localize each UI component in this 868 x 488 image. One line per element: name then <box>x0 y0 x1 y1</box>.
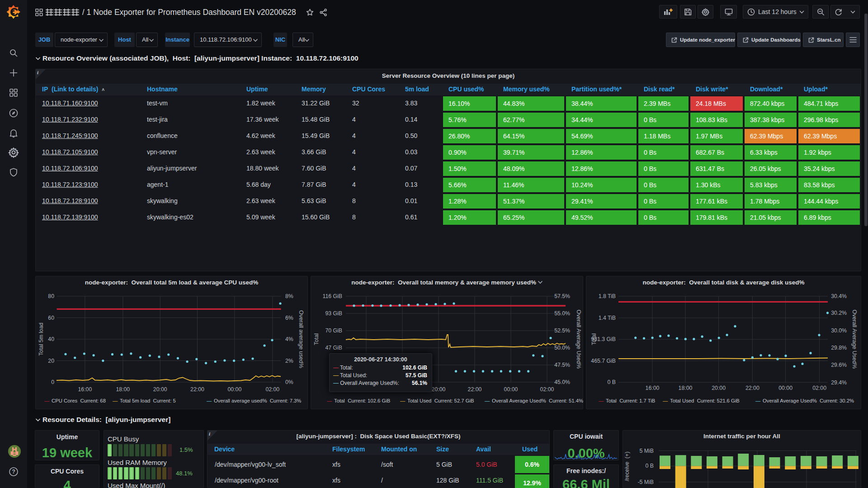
svg-text:465.7 GiB: 465.7 GiB <box>591 358 616 364</box>
svg-text:Total: Total <box>591 333 597 345</box>
svg-text:0: 0 <box>51 379 54 385</box>
svg-text:—: — <box>44 398 50 403</box>
svg-text:60: 60 <box>48 315 54 321</box>
svg-text:00:00: 00:00 <box>504 386 518 393</box>
svg-text:18:00: 18:00 <box>679 385 693 391</box>
svg-text:—: — <box>400 398 406 403</box>
svg-text:Overall Average Used%: Overall Average Used% <box>576 310 582 369</box>
svg-text:22:00: 22:00 <box>468 386 482 393</box>
svg-text:52.5%: 52.5% <box>554 327 570 334</box>
svg-text:—: — <box>113 398 118 403</box>
svg-text:70 GiB: 70 GiB <box>325 327 342 334</box>
svg-text:30.2%: 30.2% <box>831 310 847 316</box>
svg-text:Total Used Current: 52.7 GiB: Total Used Current: 52.7 GiB <box>407 398 474 403</box>
svg-text:02:00: 02:00 <box>265 386 279 393</box>
svg-text:6%: 6% <box>285 315 293 321</box>
svg-text:02:00: 02:00 <box>540 386 554 393</box>
svg-text:55.0%: 55.0% <box>554 310 570 317</box>
svg-text:00:00: 00:00 <box>228 386 242 393</box>
svg-text:—: — <box>207 398 212 403</box>
svg-text:40: 40 <box>48 336 54 342</box>
svg-text:57.5%: 57.5% <box>554 293 570 299</box>
svg-text:00:00: 00:00 <box>778 385 793 391</box>
svg-text:93 GiB: 93 GiB <box>325 310 342 317</box>
svg-text:—: — <box>599 398 604 403</box>
svg-text:Total: Total <box>313 333 320 345</box>
svg-text:Total Current: 1.7 TiB: Total Current: 1.7 TiB <box>606 398 655 403</box>
svg-text:Total 5m load Current: 5: Total 5m load Current: 5 <box>120 398 176 403</box>
svg-text:02:00: 02:00 <box>812 385 826 391</box>
svg-text:2%: 2% <box>285 358 293 364</box>
svg-text:16:00: 16:00 <box>646 385 660 391</box>
svg-text:1.4 TiB: 1.4 TiB <box>599 315 616 321</box>
svg-text:20:00: 20:00 <box>432 386 446 393</box>
svg-text:Overall average used% Current: Overall average used% Current: 7.3% <box>214 398 301 403</box>
svg-text:47 GiB: 47 GiB <box>325 345 342 351</box>
svg-text:CPU Cores Current: 68: CPU Cores Current: 68 <box>52 398 106 403</box>
svg-text:?: ? <box>12 469 15 475</box>
svg-text:—: — <box>485 398 490 403</box>
svg-text:16:00: 16:00 <box>78 386 92 393</box>
svg-text:50.0%: 50.0% <box>554 345 570 351</box>
svg-text:29.8%: 29.8% <box>831 345 847 351</box>
svg-text:Overall Average Used%: Overall Average Used% <box>851 310 858 369</box>
svg-text:-5 MiB: -5 MiB <box>637 479 654 485</box>
svg-text:0 B: 0 B <box>608 379 616 385</box>
svg-text:—: — <box>663 398 668 403</box>
svg-text:20:00: 20:00 <box>712 385 726 391</box>
svg-text:20: 20 <box>48 358 54 364</box>
svg-text:30.0%: 30.0% <box>831 327 847 334</box>
svg-text:47.5%: 47.5% <box>554 362 570 368</box>
svg-text:Overall Average Used% Current: Overall Average Used% Current: 51.4% <box>492 398 583 403</box>
svg-text:0 B: 0 B <box>646 463 654 469</box>
svg-text:4%: 4% <box>285 336 293 342</box>
svg-text:1.8 TiB: 1.8 TiB <box>599 293 616 299</box>
svg-text:—: — <box>755 398 761 403</box>
svg-text:20:00: 20:00 <box>153 386 167 393</box>
svg-text:Total Used Current: 521.6 GiB: Total Used Current: 521.6 GiB <box>670 398 740 403</box>
svg-text:Overall Average Used% Current: Overall Average Used% Current: 30.2% <box>763 398 854 403</box>
svg-text:5 MiB: 5 MiB <box>640 448 654 454</box>
svg-text:30.4%: 30.4% <box>831 293 847 299</box>
svg-text:22:00: 22:00 <box>190 386 204 393</box>
svg-text:45.0%: 45.0% <box>554 379 570 385</box>
svg-text:116 GiB: 116 GiB <box>322 293 342 299</box>
svg-text:29.6%: 29.6% <box>831 362 847 368</box>
svg-text:22:00: 22:00 <box>745 385 760 391</box>
svg-text:Total 5m load: Total 5m load <box>38 322 44 355</box>
svg-text:—: — <box>327 398 332 403</box>
svg-text:8%: 8% <box>285 293 293 299</box>
svg-text:80: 80 <box>48 293 54 299</box>
svg-text:18:00: 18:00 <box>116 386 130 393</box>
svg-text:Overall average used%: Overall average used% <box>298 310 304 368</box>
svg-text:29.4%: 29.4% <box>831 379 847 386</box>
svg-text:/receive (+): /receive (+) <box>624 451 630 481</box>
svg-text:Total Current: 102.6 GiB: Total Current: 102.6 GiB <box>334 398 390 403</box>
svg-text:0%: 0% <box>285 379 293 385</box>
